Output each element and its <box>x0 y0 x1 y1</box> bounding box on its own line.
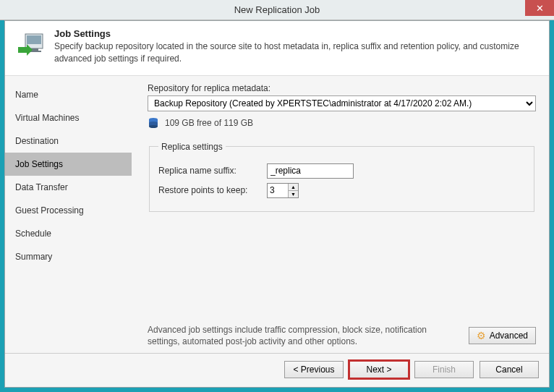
step-summary[interactable]: Summary <box>5 245 132 268</box>
window-title: New Replication Job <box>234 4 320 15</box>
wizard-steps: Name Virtual Machines Destination Job Se… <box>5 76 132 353</box>
step-destination[interactable]: Destination <box>5 129 132 153</box>
step-guest-processing[interactable]: Guest Processing <box>5 199 132 222</box>
finish-button: Finish <box>414 361 474 378</box>
previous-button[interactable]: < Previous <box>284 361 344 378</box>
advanced-button-label: Advanced <box>490 331 528 341</box>
restore-label: Restore points to keep: <box>158 185 267 195</box>
spinner-up-icon[interactable]: ▲ <box>289 184 298 191</box>
wizard-header: Job Settings Specify backup repository l… <box>5 21 549 76</box>
suffix-input[interactable] <box>267 163 354 179</box>
spinner-down-icon[interactable]: ▼ <box>289 191 298 197</box>
step-virtual-machines[interactable]: Virtual Machines <box>5 106 132 129</box>
title-bar: New Replication Job ✕ <box>0 0 554 20</box>
job-settings-icon <box>17 31 46 60</box>
main-panel: Repository for replica metadata: Backup … <box>132 76 549 353</box>
suffix-label: Replica name suffix: <box>158 166 267 176</box>
restore-points-stepper[interactable]: ▲ ▼ <box>267 183 299 198</box>
header-title: Job Settings <box>54 28 537 39</box>
wizard-footer: < Previous Next > Finish Cancel <box>5 353 549 387</box>
gear-icon: ⚙ <box>477 331 486 341</box>
step-job-settings[interactable]: Job Settings <box>5 153 132 176</box>
step-data-transfer[interactable]: Data Transfer <box>5 176 132 199</box>
step-schedule[interactable]: Schedule <box>5 222 132 245</box>
repo-select[interactable]: Backup Repository (Created by XPERTSTEC\… <box>148 95 536 111</box>
step-name[interactable]: Name <box>5 83 132 106</box>
close-icon: ✕ <box>536 3 544 14</box>
repo-label: Repository for replica metadata: <box>148 83 536 93</box>
svg-point-9 <box>149 125 158 128</box>
cancel-button[interactable]: Cancel <box>480 361 539 378</box>
replica-settings-group: Replica settings Replica name suffix: Re… <box>149 142 534 212</box>
storage-info: 109 GB free of 119 GB <box>148 117 536 129</box>
svg-rect-1 <box>27 35 41 44</box>
replica-legend: Replica settings <box>158 142 226 152</box>
header-subtitle: Specify backup repository located in the… <box>54 41 537 65</box>
advanced-hint: Advanced job settings include traffic co… <box>148 324 460 347</box>
advanced-button[interactable]: ⚙ Advanced <box>469 327 536 344</box>
close-button[interactable]: ✕ <box>525 0 554 16</box>
restore-points-input[interactable] <box>268 184 288 197</box>
next-button[interactable]: Next > <box>349 361 409 378</box>
storage-icon <box>148 117 159 129</box>
storage-text: 109 GB free of 119 GB <box>165 118 253 128</box>
